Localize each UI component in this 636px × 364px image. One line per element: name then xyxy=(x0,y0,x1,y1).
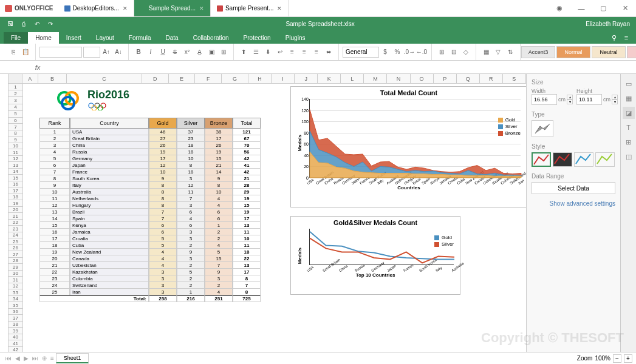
cell-gold[interactable]: 26 xyxy=(149,142,177,149)
cell-total[interactable]: 28 xyxy=(233,182,261,189)
cell-country[interactable]: France xyxy=(70,169,149,175)
cell-total[interactable]: 121 xyxy=(233,129,261,135)
first-sheet-icon[interactable]: ⏮ xyxy=(4,355,13,362)
style-thumb-3[interactable] xyxy=(574,152,593,167)
cell-silver[interactable]: 23 xyxy=(177,135,205,142)
cell-bronze[interactable]: 38 xyxy=(205,129,233,135)
row-header[interactable]: 6 xyxy=(9,118,23,124)
cell-silver[interactable]: 37 xyxy=(177,129,205,135)
cell-gold[interactable]: 10 xyxy=(149,169,177,175)
column-header[interactable]: C xyxy=(67,74,142,83)
cell-rank[interactable]: 18 xyxy=(39,242,70,249)
cell-bronze[interactable]: 19 xyxy=(205,149,233,155)
cell-total[interactable]: 13 xyxy=(233,262,261,269)
cell-country[interactable]: Croatia xyxy=(70,235,149,242)
cell-country[interactable]: Jamaica xyxy=(70,229,149,235)
number-format-select[interactable] xyxy=(343,47,379,58)
cell-gold[interactable]: 7 xyxy=(149,209,177,215)
image-settings-icon[interactable]: ▦ xyxy=(623,92,635,104)
tab-close-icon[interactable]: ✕ xyxy=(277,5,282,12)
tab-close-icon[interactable]: ✕ xyxy=(199,5,204,12)
cell-gold[interactable]: 3 xyxy=(149,289,177,295)
dec-decimal-icon[interactable]: ←.0 xyxy=(416,47,427,58)
grid-content[interactable]: Rio2016 Rank Country Gold Silver Bronze … xyxy=(23,84,526,352)
cell-gold[interactable]: 8 xyxy=(149,195,177,202)
total-silver[interactable]: 216 xyxy=(177,295,205,302)
cell-gold[interactable]: 5 xyxy=(149,242,177,249)
cell-silver[interactable]: 18 xyxy=(177,169,205,175)
sort-icon[interactable]: ⇅ xyxy=(505,47,516,58)
increase-font-icon[interactable]: A↑ xyxy=(101,47,112,58)
insert-cells-icon[interactable]: ⊞ xyxy=(436,47,447,58)
cell-total[interactable]: 42 xyxy=(233,169,261,175)
row-header[interactable]: 36 xyxy=(9,309,23,315)
cell-total[interactable]: 10 xyxy=(233,235,261,242)
cell-gold[interactable]: 6 xyxy=(149,222,177,229)
cell-rank[interactable]: 10 xyxy=(39,189,70,195)
row-header[interactable]: 13 xyxy=(9,162,23,169)
cell-total[interactable]: 56 xyxy=(233,149,261,155)
conditional-icon[interactable]: ▦ xyxy=(480,47,491,58)
menu-tab-layout[interactable]: Layout xyxy=(89,32,121,44)
close-button[interactable]: ✕ xyxy=(614,0,636,17)
cell-country[interactable]: Canada xyxy=(70,255,149,262)
cell-gold[interactable]: 19 xyxy=(149,149,177,155)
height-down[interactable]: ▾ xyxy=(612,99,618,104)
menu-tab-plugins[interactable]: Plugins xyxy=(278,32,313,44)
row-header[interactable]: 38 xyxy=(9,322,23,328)
document-tab[interactable]: Sample Present...✕ xyxy=(211,0,289,16)
column-header[interactable]: H xyxy=(248,74,272,83)
align-left-icon[interactable]: ≡ xyxy=(287,47,298,58)
column-header[interactable]: O xyxy=(411,74,434,83)
column-header[interactable]: B xyxy=(38,74,67,83)
row-header[interactable]: 33 xyxy=(9,289,23,296)
cell-total[interactable]: 18 xyxy=(233,249,261,255)
cell-country[interactable]: China xyxy=(70,142,149,149)
cell-gold[interactable]: 46 xyxy=(149,129,177,135)
total-gold[interactable]: 258 xyxy=(149,295,177,302)
cell-bronze[interactable]: 7 xyxy=(205,262,233,269)
row-header[interactable]: 28 xyxy=(9,258,23,265)
row-header[interactable]: 23 xyxy=(9,226,23,232)
cell-country[interactable]: Kenya xyxy=(70,222,149,229)
row-header[interactable]: 40 xyxy=(9,334,23,341)
cell-bronze[interactable]: 21 xyxy=(205,162,233,169)
row-header[interactable]: 2 xyxy=(9,90,23,97)
cell-total[interactable]: 22 xyxy=(233,255,261,262)
row-header[interactable]: 26 xyxy=(9,245,23,252)
cell-silver[interactable]: 6 xyxy=(177,222,205,229)
cell-total[interactable]: 42 xyxy=(233,155,261,162)
text-settings-icon[interactable]: T xyxy=(623,121,635,133)
row-header[interactable]: 9 xyxy=(9,136,23,143)
cell-bronze[interactable]: 3 xyxy=(205,275,233,282)
cell-silver[interactable]: 10 xyxy=(177,155,205,162)
cell-total[interactable]: 13 xyxy=(233,222,261,229)
cell-silver[interactable]: 3 xyxy=(177,202,205,209)
cell-rank[interactable]: 7 xyxy=(39,169,70,175)
cell-country[interactable]: Iran xyxy=(70,289,149,295)
row-header[interactable]: 27 xyxy=(9,251,23,258)
menu-tab-insert[interactable]: Insert xyxy=(59,32,89,44)
row-header[interactable]: 35 xyxy=(9,302,23,309)
column-header[interactable]: E xyxy=(169,74,196,83)
cell-gold[interactable]: 8 xyxy=(149,189,177,195)
cell-total[interactable]: 11 xyxy=(233,242,261,249)
select-all-corner[interactable] xyxy=(9,74,22,83)
italic-icon[interactable]: I xyxy=(145,47,156,58)
inc-decimal-icon[interactable]: .0→ xyxy=(404,47,415,58)
cell-bronze[interactable]: 2 xyxy=(205,282,233,289)
cell-silver[interactable]: 2 xyxy=(177,282,205,289)
align-right-icon[interactable]: ≡ xyxy=(311,47,322,58)
pivot-settings-icon[interactable]: ◫ xyxy=(623,150,635,163)
cell-silver[interactable]: 3 xyxy=(177,175,205,182)
cell-rank[interactable]: 9 xyxy=(39,182,70,189)
document-tab[interactable]: DesktopEditors...✕ xyxy=(58,0,134,16)
cell-silver[interactable]: 5 xyxy=(177,269,205,275)
cell-bronze[interactable]: 4 xyxy=(205,202,233,209)
column-header[interactable]: L xyxy=(341,74,364,83)
cell-silver[interactable]: 4 xyxy=(177,215,205,222)
cell-rank[interactable]: 21 xyxy=(39,262,70,269)
cell-silver[interactable]: 12 xyxy=(177,182,205,189)
zoom-in-button[interactable]: + xyxy=(624,354,632,363)
row-header[interactable]: 32 xyxy=(9,283,23,290)
